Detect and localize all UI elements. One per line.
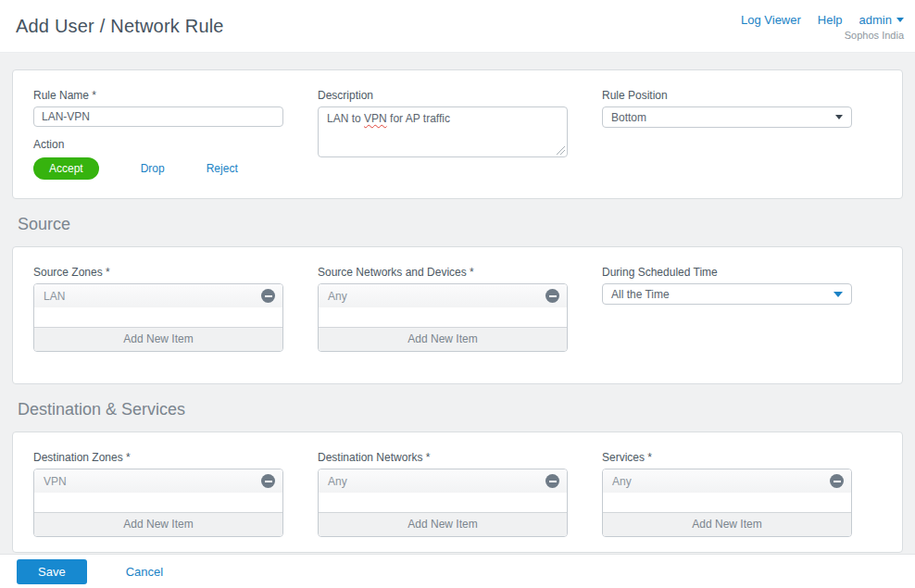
add-new-item-button[interactable]: Add New Item [603,512,851,536]
list-item-label: Any [328,475,347,488]
description-text-part2: for AP traffic [387,112,450,125]
source-zones-column: Source Zones * LAN Add New Item [33,266,283,352]
page-title: Add User / Network Rule [16,16,224,37]
minus-circle-icon[interactable] [261,474,275,488]
list-item-label: Any [328,290,347,303]
minus-circle-icon[interactable] [261,289,275,303]
action-reject-link[interactable]: Reject [207,162,238,175]
source-networks-label: Source Networks and Devices * [318,266,568,279]
caret-down-icon [896,18,904,22]
appliance-name: Sophos India [741,30,904,41]
destination-zones-column: Destination Zones * VPN Add New Item [33,451,283,537]
destination-networks-label: Destination Networks * [318,451,568,464]
description-textarea[interactable]: LAN to VPN for AP traffic [318,106,568,157]
list-item: Any [319,469,567,493]
description-column: Description LAN to VPN for AP traffic [318,89,568,180]
schedule-column: During Scheduled Time All the Time [602,266,852,352]
list-item-label: LAN [44,290,65,303]
action-label: Action [33,138,283,151]
rule-name-input[interactable] [33,106,283,127]
destination-networks-listbox: Any Add New Item [318,469,568,537]
listbox-spacer [603,493,851,512]
add-new-item-button[interactable]: Add New Item [34,327,282,351]
help-link[interactable]: Help [818,13,843,27]
rule-name-label: Rule Name * [33,89,283,102]
schedule-value: All the Time [611,288,670,301]
caret-down-icon [835,115,843,119]
destination-zones-listbox: VPN Add New Item [33,469,283,537]
action-options: Accept Drop Reject [33,157,283,180]
description-text-part1: LAN to [327,112,364,125]
rule-position-label: Rule Position [602,89,852,102]
schedule-label: During Scheduled Time [602,266,852,279]
rule-basics-panel: Rule Name * Action Accept Drop Reject De… [12,69,903,199]
cancel-link[interactable]: Cancel [126,565,163,579]
action-footer: Save Cancel [0,554,915,588]
description-label: Description [318,89,568,102]
destination-section-heading: Destination & Services [18,400,903,419]
minus-circle-icon[interactable] [545,474,559,488]
log-viewer-link[interactable]: Log Viewer [741,13,801,27]
rule-name-column: Rule Name * Action Accept Drop Reject [33,89,283,180]
action-drop-link[interactable]: Drop [141,162,165,175]
user-menu[interactable]: admin [859,13,904,27]
description-text-misspelled: VPN [364,112,387,125]
listbox-spacer [319,307,567,327]
textarea-resize-grip-icon[interactable] [557,146,565,155]
top-header: Add User / Network Rule Log Viewer Help … [0,0,915,53]
main-content: Rule Name * Action Accept Drop Reject De… [0,53,915,554]
rule-position-column: Rule Position Bottom [602,89,852,180]
add-new-item-button[interactable]: Add New Item [34,512,282,536]
list-item: Any [319,284,567,307]
source-zones-listbox: LAN Add New Item [33,283,283,352]
minus-circle-icon[interactable] [830,474,844,488]
services-column: Services * Any Add New Item [602,451,852,537]
header-right: Log Viewer Help admin Sophos India [741,11,904,41]
listbox-spacer [319,493,567,512]
action-accept-button[interactable]: Accept [33,157,99,180]
source-networks-listbox: Any Add New Item [318,283,568,352]
list-item: LAN [34,284,282,307]
caret-down-icon [834,292,843,297]
listbox-spacer [34,493,282,512]
list-item: VPN [34,469,282,493]
add-new-item-button[interactable]: Add New Item [319,327,567,351]
list-item-label: VPN [44,475,67,488]
source-section-heading: Source [18,215,903,234]
rule-position-select[interactable]: Bottom [602,106,852,128]
source-zones-label: Source Zones * [33,266,283,279]
list-item: Any [603,469,851,493]
services-label: Services * [602,451,852,464]
source-panel: Source Zones * LAN Add New Item Source N… [12,246,903,384]
listbox-spacer [34,307,282,327]
source-networks-column: Source Networks and Devices * Any Add Ne… [318,266,568,352]
list-item-label: Any [612,475,632,488]
add-new-item-button[interactable]: Add New Item [319,512,567,536]
minus-circle-icon[interactable] [545,289,559,303]
schedule-select[interactable]: All the Time [602,283,852,305]
destination-zones-label: Destination Zones * [33,451,283,464]
user-menu-label: admin [859,13,892,27]
destination-networks-column: Destination Networks * Any Add New Item [318,451,568,537]
destination-panel: Destination Zones * VPN Add New Item Des… [12,432,903,553]
rule-position-value: Bottom [611,111,646,124]
save-button[interactable]: Save [17,559,87,584]
services-listbox: Any Add New Item [602,469,852,537]
